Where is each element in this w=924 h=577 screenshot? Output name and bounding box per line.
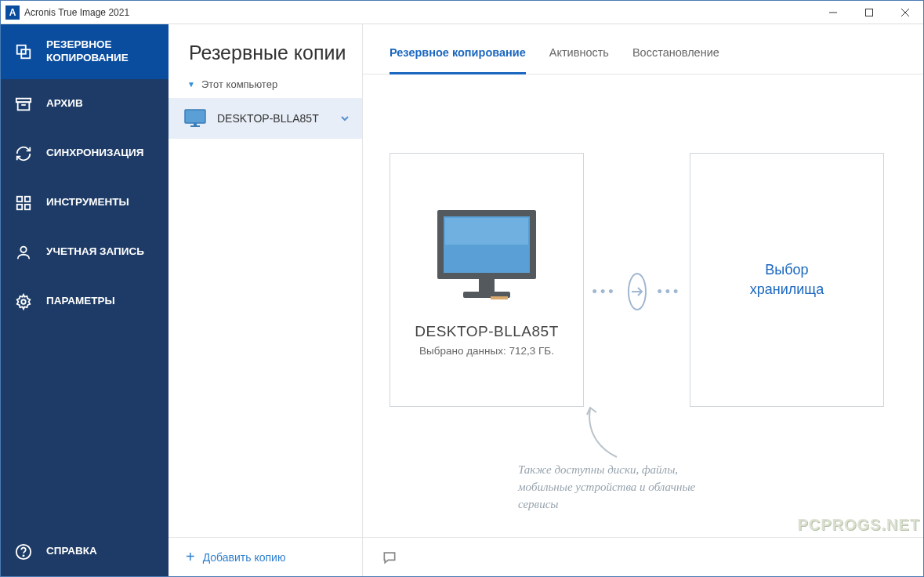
backup-icon — [15, 43, 32, 60]
close-icon — [901, 9, 909, 16]
close-button[interactable] — [887, 1, 923, 24]
tools-icon — [15, 194, 32, 212]
sidebar-label-archive: АРХИВ — [46, 97, 83, 111]
backup-list-item[interactable]: DESKTOP-BLLA85T — [168, 98, 362, 139]
sidebar-label-tools: ИНСТРУМЕНТЫ — [46, 196, 129, 209]
svg-point-14 — [21, 299, 26, 304]
destination-label: Выбор хранилища — [750, 260, 824, 299]
minimize-button[interactable] — [815, 1, 851, 24]
hint-arrow-icon — [579, 404, 642, 466]
sidebar-item-help[interactable]: СПРАВКА — [1, 527, 168, 576]
plus-icon: + — [186, 548, 195, 566]
backup-list-title: Резервные копии — [168, 24, 362, 75]
archive-icon — [15, 96, 32, 113]
source-name: DESKTOP-BLLA85T — [415, 323, 559, 340]
svg-rect-11 — [17, 204, 22, 209]
source-subtitle: Выбрано данных: 712,3 ГБ. — [419, 345, 554, 357]
backup-source-card[interactable]: DESKTOP-BLLA85T Выбрано данных: 712,3 ГБ… — [390, 153, 584, 407]
svg-rect-17 — [185, 110, 205, 123]
sidebar-item-account[interactable]: УЧЕТНАЯ ЗАПИСЬ — [1, 227, 168, 277]
titlebar: A Acronis True Image 2021 — [1, 1, 923, 24]
monitor-icon — [184, 109, 206, 128]
tab-restore[interactable]: Восстановление — [632, 46, 719, 74]
backup-canvas: DESKTOP-BLLA85T Выбрано данных: 712,3 ГБ… — [363, 74, 923, 537]
tab-backup[interactable]: Резервное копирование — [390, 46, 526, 74]
chevron-down-icon — [340, 114, 350, 123]
dots-left-icon: ••• — [592, 284, 617, 300]
gear-icon — [15, 293, 32, 310]
svg-rect-9 — [17, 196, 22, 201]
sync-icon — [15, 145, 32, 162]
watermark: PCPROGS.NET — [797, 516, 920, 534]
comment-icon[interactable] — [382, 550, 397, 565]
content-area: Резервное копирование Активность Восстан… — [363, 24, 923, 576]
backup-group-label: Этот компьютер — [201, 78, 277, 90]
arrow-right-icon — [629, 284, 645, 299]
sidebar-label-settings: ПАРАМЕТРЫ — [46, 295, 115, 308]
sidebar-item-sync[interactable]: СИНХРОНИЗАЦИЯ — [1, 129, 168, 178]
svg-rect-25 — [491, 296, 508, 299]
app-icon: A — [5, 5, 20, 20]
sidebar-label-sync: СИНХРОНИЗАЦИЯ — [46, 147, 143, 160]
add-backup-label: Добавить копию — [203, 551, 286, 564]
svg-rect-7 — [18, 102, 30, 110]
svg-rect-19 — [190, 125, 200, 127]
svg-point-13 — [20, 246, 26, 252]
sidebar-label-backup: РЕЗЕРВНОЕ КОПИРОВАНИЕ — [46, 38, 154, 65]
arrow-circle-icon — [628, 273, 647, 310]
sidebar-item-tools[interactable]: ИНСТРУМЕНТЫ — [1, 178, 168, 227]
sidebar: РЕЗЕРВНОЕ КОПИРОВАНИЕ АРХИВ СИНХРОНИЗАЦИ… — [1, 24, 168, 576]
svg-rect-1 — [866, 9, 873, 16]
flow-indicator: ••• ••• — [600, 270, 674, 313]
backup-group-header[interactable]: ▼ Этот компьютер — [168, 75, 362, 98]
dots-right-icon: ••• — [658, 284, 682, 300]
backup-list-panel: Резервные копии ▼ Этот компьютер DESKTOP… — [168, 24, 363, 576]
sidebar-label-help: СПРАВКА — [46, 545, 97, 558]
svg-rect-23 — [479, 279, 495, 292]
content-footer — [363, 537, 923, 576]
computer-icon — [428, 204, 545, 306]
svg-rect-18 — [194, 123, 197, 125]
help-icon — [15, 543, 32, 561]
chevron-down-icon: ▼ — [187, 80, 195, 89]
window-title: Acronis True Image 2021 — [24, 7, 129, 18]
backup-destination-card[interactable]: Выбор хранилища — [690, 153, 884, 407]
add-backup-button[interactable]: + Добавить копию — [168, 537, 362, 576]
hint-text: Также доступны диски, файлы, мобильные у… — [518, 462, 695, 513]
sidebar-item-archive[interactable]: АРХИВ — [1, 79, 168, 129]
tab-activity[interactable]: Активность — [549, 46, 609, 74]
svg-rect-12 — [25, 204, 30, 209]
sidebar-label-account: УЧЕТНАЯ ЗАПИСЬ — [46, 245, 144, 259]
sidebar-item-backup[interactable]: РЕЗЕРВНОЕ КОПИРОВАНИЕ — [1, 24, 168, 79]
backup-item-name: DESKTOP-BLLA85T — [217, 112, 329, 125]
tabs: Резервное копирование Активность Восстан… — [363, 24, 923, 74]
svg-rect-10 — [25, 196, 30, 201]
account-icon — [15, 244, 32, 261]
minimize-icon — [829, 9, 837, 16]
sidebar-item-settings[interactable]: ПАРАМЕТРЫ — [1, 277, 168, 326]
svg-rect-22 — [445, 218, 528, 245]
svg-point-16 — [23, 555, 24, 556]
maximize-button[interactable] — [851, 1, 887, 24]
maximize-icon — [865, 9, 873, 16]
